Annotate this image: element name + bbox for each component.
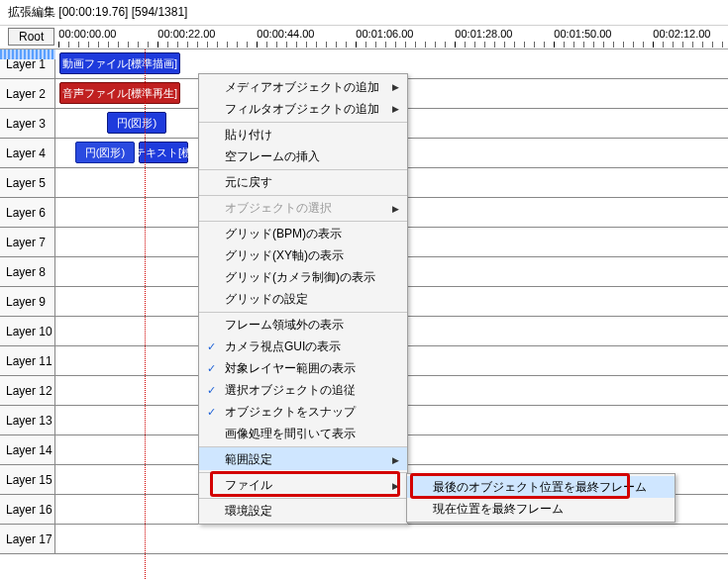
ruler-tick: 00:01:28.00 xyxy=(455,28,512,40)
chrome-row: Root 00:00:00.0000:00:22.0000:00:44.0000… xyxy=(0,26,728,49)
menu-item[interactable]: 範囲設定 xyxy=(199,446,407,470)
menu-item[interactable]: フレーム領域外の表示 xyxy=(199,312,407,336)
menu-item[interactable]: ファイル xyxy=(199,472,407,496)
context-submenu: 最後のオブジェクト位置を最終フレーム現在位置を最終フレーム xyxy=(406,473,676,523)
layer-label[interactable]: Layer 10 xyxy=(0,317,55,345)
layer-label[interactable]: Layer 5 xyxy=(0,168,55,197)
layer-label[interactable]: Layer 16 xyxy=(0,495,55,524)
layer-label[interactable]: Layer 14 xyxy=(0,435,55,464)
menu-item[interactable]: 対象レイヤー範囲の表示 xyxy=(199,357,407,379)
layer-label[interactable]: Layer 11 xyxy=(0,346,55,375)
timeline-clip[interactable]: 動画ファイル[標準描画] xyxy=(59,52,180,74)
layer-row[interactable]: Layer 17 xyxy=(0,525,728,554)
timeline-clip[interactable]: 音声ファイル[標準再生] xyxy=(59,82,180,104)
ruler-tick: 00:00:00.00 xyxy=(58,28,116,40)
layer-label[interactable]: Layer 12 xyxy=(0,376,55,405)
root-button[interactable]: Root xyxy=(8,28,54,46)
frame-indicator xyxy=(0,49,55,59)
time-ruler[interactable]: 00:00:00.0000:00:22.0000:00:44.0000:01:0… xyxy=(58,26,728,49)
timeline-clip[interactable]: 円(図形) xyxy=(75,142,135,163)
menu-item[interactable]: 空フレームの挿入 xyxy=(199,145,407,167)
ruler-tick: 00:00:22.00 xyxy=(157,28,215,40)
menu-item[interactable]: 選択オブジェクトの追従 xyxy=(199,379,407,401)
window-title: 拡張編集 [00:00:19.76] [594/1381] xyxy=(0,0,728,26)
layer-label[interactable]: Layer 15 xyxy=(0,465,55,494)
context-menu: メディアオブジェクトの追加フィルタオブジェクトの追加貼り付け空フレームの挿入元に… xyxy=(198,73,408,525)
layer-label[interactable]: Layer 6 xyxy=(0,198,55,227)
menu-item[interactable]: グリッドの設定 xyxy=(199,288,407,310)
menu-item[interactable]: フィルタオブジェクトの追加 xyxy=(199,98,407,120)
timeline-clip[interactable]: 円(図形) xyxy=(107,112,166,134)
layer-label[interactable]: Layer 7 xyxy=(0,228,55,256)
menu-item[interactable]: オブジェクトをスナップ xyxy=(199,401,407,423)
time-ruler-fine xyxy=(58,42,728,48)
menu-item[interactable]: 環境設定 xyxy=(199,498,407,522)
menu-item[interactable]: グリッド(カメラ制御)の表示 xyxy=(199,266,407,288)
layer-label[interactable]: Layer 13 xyxy=(0,406,55,434)
menu-item: オブジェクトの選択 xyxy=(199,195,407,219)
layer-label[interactable]: Layer 17 xyxy=(0,525,55,553)
menu-item[interactable]: 現在位置を最終フレーム xyxy=(407,498,675,520)
menu-item[interactable]: 元に戻す xyxy=(199,169,407,193)
layer-label[interactable]: Layer 4 xyxy=(0,139,55,167)
menu-item[interactable]: グリッド(XY軸)の表示 xyxy=(199,244,407,266)
ruler-tick: 00:00:44.00 xyxy=(257,28,314,40)
menu-item[interactable]: メディアオブジェクトの追加 xyxy=(199,76,407,98)
menu-item[interactable]: 画像処理を間引いて表示 xyxy=(199,423,407,444)
layer-label[interactable]: Layer 3 xyxy=(0,109,55,138)
menu-item[interactable]: 貼り付け xyxy=(199,122,407,145)
ruler-tick: 00:02:12.00 xyxy=(653,28,710,40)
timeline-clip[interactable]: テキスト[標 xyxy=(139,142,188,163)
menu-item[interactable]: 最後のオブジェクト位置を最終フレーム xyxy=(407,476,675,498)
layer-label[interactable]: Layer 8 xyxy=(0,257,55,286)
layer-track[interactable] xyxy=(55,525,728,553)
layer-label[interactable]: Layer 2 xyxy=(0,79,55,108)
layer-label[interactable]: Layer 9 xyxy=(0,287,55,316)
ruler-tick: 00:01:06.00 xyxy=(356,28,413,40)
menu-item[interactable]: グリッド(BPM)の表示 xyxy=(199,221,407,244)
menu-item[interactable]: カメラ視点GUIの表示 xyxy=(199,336,407,357)
ruler-tick: 00:01:50.00 xyxy=(554,28,611,40)
